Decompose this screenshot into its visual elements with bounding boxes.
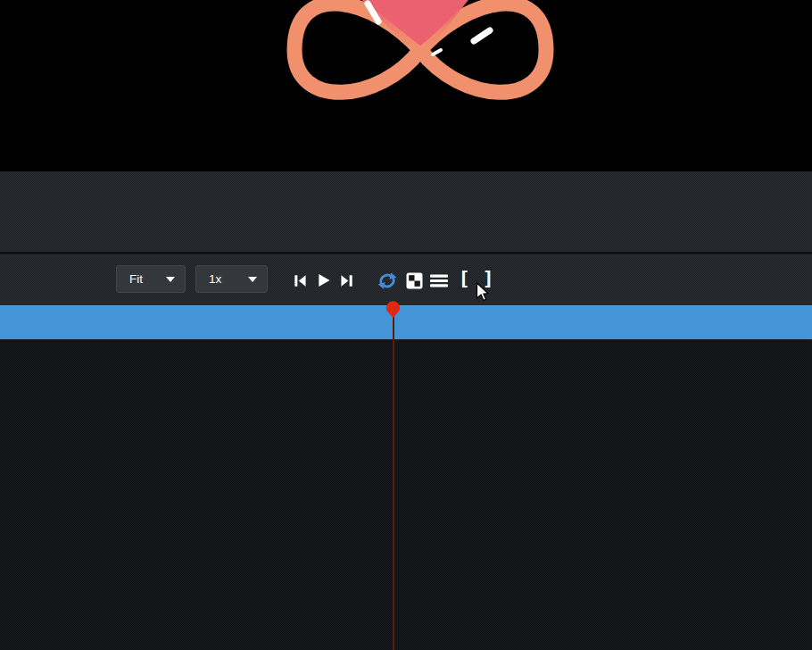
animation-player-window: Fit 1x xyxy=(0,0,812,650)
controls-panel xyxy=(0,170,812,254)
playhead-line xyxy=(393,314,394,650)
play-button[interactable] xyxy=(313,271,333,289)
chevron-down-icon xyxy=(166,277,175,282)
skip-to-end-button[interactable] xyxy=(337,271,357,289)
preview-stage xyxy=(0,0,812,170)
playback-speed-dropdown[interactable]: 1x xyxy=(195,265,268,293)
skip-to-end-icon xyxy=(340,273,354,288)
loop-icon xyxy=(377,271,398,290)
menu-lines-icon xyxy=(430,273,448,288)
skip-to-start-button[interactable] xyxy=(290,271,310,289)
play-icon xyxy=(316,272,331,288)
chevron-down-icon xyxy=(248,277,257,282)
set-in-point-button[interactable]: [ xyxy=(454,270,474,288)
playback-speed-value: 1x xyxy=(209,272,221,286)
lottie-artwork xyxy=(0,0,812,170)
playhead[interactable] xyxy=(385,301,401,319)
set-out-point-button[interactable]: ] xyxy=(478,270,498,288)
in-bracket-glyph: [ xyxy=(458,270,469,288)
checkerboard-icon xyxy=(406,272,423,289)
zoom-fit-value: Fit xyxy=(129,272,143,286)
player-toolbar: Fit 1x xyxy=(0,254,812,305)
background-toggle-button[interactable] xyxy=(404,271,424,289)
out-bracket-glyph: ] xyxy=(482,270,493,288)
zoom-fit-dropdown[interactable]: Fit xyxy=(116,265,186,293)
timeline-tracks-panel xyxy=(0,339,812,650)
skip-to-start-icon xyxy=(293,273,307,288)
timeline-scrubber[interactable] xyxy=(0,305,812,339)
menu-button[interactable] xyxy=(429,271,449,289)
loop-toggle-button[interactable] xyxy=(377,271,398,289)
